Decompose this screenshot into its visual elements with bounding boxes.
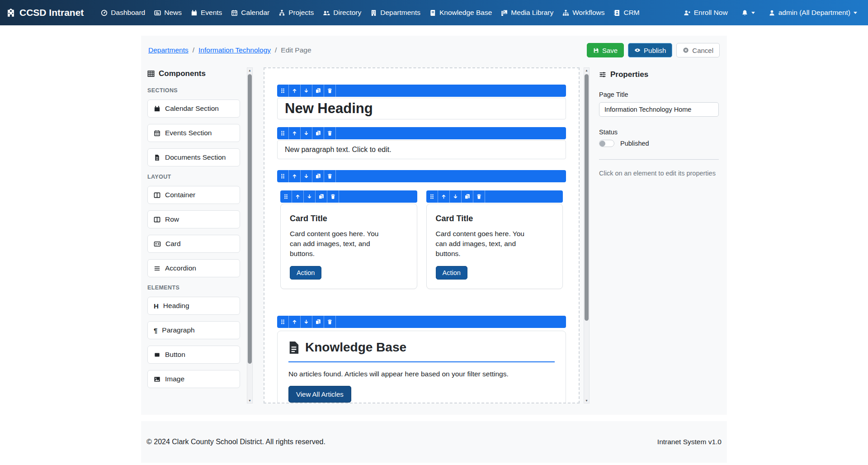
duplicate-button[interactable]	[312, 127, 324, 139]
component-calendar-section[interactable]: Calendar Section	[147, 100, 240, 118]
card-block[interactable]: Card Title Card content goes here. You c…	[426, 204, 563, 289]
component-documents-section[interactable]: Documents Section	[147, 148, 240, 166]
user-menu[interactable]: admin (All Department)	[764, 5, 862, 21]
move-up-button[interactable]	[289, 85, 301, 97]
heading-text[interactable]: New Heading	[285, 100, 558, 117]
move-down-button[interactable]	[450, 190, 462, 203]
nav-media-library[interactable]: Media Library	[496, 5, 558, 21]
nav-dashboard[interactable]: Dashboard	[96, 5, 150, 21]
nav-crm[interactable]: CRM	[609, 5, 644, 21]
canvas-scrollbar[interactable]: ▲ ▼	[584, 67, 590, 403]
component-image[interactable]: Image	[147, 370, 240, 388]
nav-events[interactable]: Events	[186, 5, 226, 21]
card-text[interactable]: Card content goes here. You can add imag…	[290, 229, 387, 259]
save-button[interactable]: Save	[587, 43, 624, 57]
scrollbar-thumb[interactable]	[248, 74, 252, 364]
top-navbar: CCSD Intranet Dashboard News Events Cale…	[0, 0, 868, 25]
crm-icon	[613, 9, 620, 16]
nav-departments[interactable]: Departments	[366, 5, 425, 21]
breadcrumb-departments[interactable]: Departments	[148, 46, 189, 54]
scroll-up-arrow[interactable]: ▲	[585, 68, 588, 73]
delete-button[interactable]	[327, 190, 339, 203]
publish-button[interactable]: Publish	[628, 43, 672, 57]
duplicate-button[interactable]	[312, 85, 324, 97]
move-up-button[interactable]	[289, 170, 301, 182]
component-container[interactable]: Container	[147, 186, 240, 204]
divider	[288, 361, 555, 362]
component-paragraph[interactable]: ¶ Paragraph	[147, 321, 240, 339]
delete-button[interactable]	[473, 190, 485, 203]
card-title[interactable]: Card Title	[290, 214, 408, 223]
drag-handle[interactable]	[426, 190, 438, 203]
block-toolbar	[277, 170, 566, 182]
paragraph-block-body[interactable]: New paragraph text. Click to edit.	[277, 140, 566, 159]
duplicate-button[interactable]	[312, 170, 324, 182]
card-block[interactable]: Card Title Card content goes here. You c…	[280, 204, 417, 289]
paragraph-block[interactable]: New paragraph text. Click to edit.	[277, 127, 566, 159]
drag-handle[interactable]	[277, 170, 289, 182]
duplicate-button[interactable]	[312, 316, 324, 328]
nav-knowledge-base[interactable]: Knowledge Base	[425, 5, 496, 21]
heading-block[interactable]: New Heading	[277, 85, 566, 119]
nav-workflows[interactable]: Workflows	[558, 5, 609, 21]
editor-canvas[interactable]: New Heading New paragraph text. Click to…	[264, 67, 580, 403]
move-down-button[interactable]	[301, 127, 312, 139]
drag-handle[interactable]	[277, 85, 289, 97]
card-title[interactable]: Card Title	[436, 214, 554, 223]
heading-block-body[interactable]: New Heading	[277, 98, 566, 119]
component-card[interactable]: Card	[147, 235, 240, 253]
move-down-button[interactable]	[304, 190, 316, 203]
status-value: Published	[620, 140, 649, 147]
paragraph-text[interactable]: New paragraph text. Click to edit.	[285, 146, 392, 153]
page-title-input[interactable]	[599, 102, 719, 117]
delete-button[interactable]	[324, 85, 336, 97]
nav-news[interactable]: News	[150, 5, 186, 21]
duplicate-button[interactable]	[462, 190, 473, 203]
delete-button[interactable]	[324, 316, 336, 328]
duplicate-button[interactable]	[316, 190, 327, 203]
enroll-now-button[interactable]: Enroll Now	[679, 5, 732, 21]
grip-icon	[283, 194, 289, 199]
drag-handle[interactable]	[277, 127, 289, 139]
nav-directory[interactable]: Directory	[318, 5, 366, 21]
scroll-up-arrow[interactable]: ▲	[248, 68, 251, 73]
knowledge-base-card[interactable]: Knowledge Base No articles found. Articl…	[277, 331, 566, 403]
move-up-button[interactable]	[292, 190, 304, 203]
breadcrumb-information-technology[interactable]: Information Technology	[198, 46, 271, 54]
brand[interactable]: CCSD Intranet	[6, 7, 84, 18]
view-all-articles-button[interactable]: View All Articles	[288, 386, 351, 403]
move-up-button[interactable]	[289, 127, 301, 139]
card-action-button[interactable]: Action	[290, 266, 321, 280]
component-button[interactable]: Button	[147, 346, 240, 364]
scroll-down-arrow[interactable]: ▼	[248, 398, 251, 403]
scrollbar-thumb[interactable]	[585, 74, 589, 321]
component-events-section[interactable]: Events Section	[147, 124, 240, 142]
row-block[interactable]: Card Title Card content goes here. You c…	[277, 170, 566, 302]
move-down-button[interactable]	[301, 170, 312, 182]
move-up-button[interactable]	[438, 190, 450, 203]
nav-label: News	[164, 9, 182, 17]
nav-calendar[interactable]: Calendar	[226, 5, 274, 21]
status-toggle[interactable]	[599, 140, 614, 147]
notifications-menu[interactable]	[737, 5, 760, 20]
bars-icon	[154, 265, 160, 272]
move-down-button[interactable]	[301, 316, 312, 328]
component-accordion[interactable]: Accordion	[147, 259, 240, 277]
nav-projects[interactable]: Projects	[274, 5, 318, 21]
knowledge-base-block[interactable]: Knowledge Base No articles found. Articl…	[277, 316, 566, 403]
card-action-button[interactable]: Action	[436, 266, 467, 280]
component-row[interactable]: Row	[147, 210, 240, 228]
components-scrollbar[interactable]: ▲ ▼	[247, 67, 253, 403]
delete-button[interactable]	[324, 127, 336, 139]
cancel-button[interactable]: Cancel	[676, 43, 720, 57]
nav-label: Departments	[380, 9, 420, 17]
drag-handle[interactable]	[280, 190, 292, 203]
component-heading[interactable]: H Heading	[147, 297, 240, 315]
move-down-button[interactable]	[301, 85, 312, 97]
component-label: Image	[165, 375, 184, 383]
scroll-down-arrow[interactable]: ▼	[585, 398, 588, 403]
card-text[interactable]: Card content goes here. You can add imag…	[436, 229, 533, 259]
delete-button[interactable]	[324, 170, 336, 182]
drag-handle[interactable]	[277, 316, 289, 328]
move-up-button[interactable]	[289, 316, 301, 328]
